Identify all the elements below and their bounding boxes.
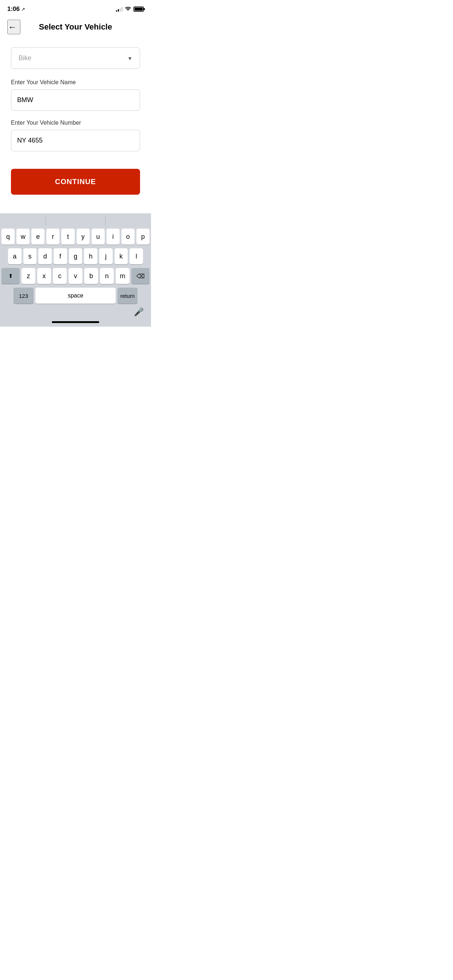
home-indicator-bar xyxy=(52,321,99,323)
mic-area: 🎤 xyxy=(2,307,150,318)
status-time: 1:06 xyxy=(7,5,20,13)
key-r[interactable]: r xyxy=(46,229,59,245)
key-i[interactable]: i xyxy=(107,229,120,245)
continue-button[interactable]: CONTINUE xyxy=(11,169,140,195)
key-w[interactable]: w xyxy=(16,229,30,245)
key-n[interactable]: n xyxy=(100,268,114,284)
page-title: Select Your Vehicle xyxy=(39,22,112,32)
chevron-down-icon: ▼ xyxy=(127,56,132,61)
key-a[interactable]: a xyxy=(8,248,22,264)
shift-key[interactable]: ⬆ xyxy=(2,268,20,284)
key-m[interactable]: m xyxy=(116,268,129,284)
key-o[interactable]: o xyxy=(121,229,135,245)
location-icon: ↗ xyxy=(21,6,25,12)
key-h[interactable]: h xyxy=(84,248,97,264)
keyboard-toolbar xyxy=(2,217,150,226)
key-l[interactable]: l xyxy=(129,248,143,264)
key-g[interactable]: g xyxy=(69,248,83,264)
key-p[interactable]: p xyxy=(136,229,150,245)
keyboard-bottom xyxy=(2,318,150,325)
key-c[interactable]: c xyxy=(53,268,67,284)
numbers-key[interactable]: 123 xyxy=(13,288,33,304)
keyboard-row-2: a s d f g h j k l xyxy=(2,248,150,264)
toolbar-divider-1 xyxy=(46,217,46,226)
keyboard: q w e r t y u i o p a s d f g h j k l ⬆ … xyxy=(0,213,151,327)
key-e[interactable]: e xyxy=(31,229,45,245)
space-key[interactable]: space xyxy=(35,288,116,304)
keyboard-row-3: ⬆ z x c v b n m ⌫ xyxy=(2,268,150,284)
signal-bar-2 xyxy=(118,9,119,12)
key-d[interactable]: d xyxy=(38,248,52,264)
vehicle-number-label: Enter Your Vehicle Number xyxy=(11,119,140,126)
battery-fill xyxy=(135,8,143,11)
vehicle-type-value: Bike xyxy=(19,54,31,62)
key-x[interactable]: x xyxy=(37,268,51,284)
return-key[interactable]: return xyxy=(118,288,137,304)
status-bar: 1:06 ↗ xyxy=(0,0,151,16)
vehicle-name-input[interactable] xyxy=(11,89,140,111)
delete-key[interactable]: ⌫ xyxy=(131,268,150,284)
vehicle-number-input[interactable] xyxy=(11,130,140,151)
key-f[interactable]: f xyxy=(54,248,67,264)
vehicle-number-field-group: Enter Your Vehicle Number xyxy=(11,119,140,160)
key-b[interactable]: b xyxy=(84,268,98,284)
nav-bar: ← Select Your Vehicle xyxy=(0,16,151,40)
signal-bar-1 xyxy=(116,10,117,12)
signal-bar-4 xyxy=(121,7,123,12)
vehicle-name-label: Enter Your Vehicle Name xyxy=(11,79,140,86)
toolbar-divider-2 xyxy=(105,217,105,226)
wifi-icon xyxy=(125,6,131,12)
back-button[interactable]: ← xyxy=(7,20,21,34)
vehicle-name-field-group: Enter Your Vehicle Name xyxy=(11,79,140,119)
key-u[interactable]: u xyxy=(91,229,105,245)
signal-bar-3 xyxy=(120,8,121,12)
signal-icon xyxy=(116,6,123,12)
mic-icon[interactable]: 🎤 xyxy=(134,307,144,317)
vehicle-type-dropdown[interactable]: Bike ▼ xyxy=(11,48,140,69)
key-q[interactable]: q xyxy=(2,229,14,245)
key-v[interactable]: v xyxy=(69,268,83,284)
key-k[interactable]: k xyxy=(115,248,128,264)
key-j[interactable]: j xyxy=(99,248,113,264)
key-z[interactable]: z xyxy=(22,268,35,284)
key-t[interactable]: t xyxy=(61,229,74,245)
key-y[interactable]: y xyxy=(77,229,90,245)
keyboard-row-4: 123 space return xyxy=(2,288,150,304)
main-content: Bike ▼ Enter Your Vehicle Name Enter You… xyxy=(0,40,151,202)
status-icons xyxy=(116,6,144,12)
key-s[interactable]: s xyxy=(23,248,37,264)
battery-icon xyxy=(134,6,144,12)
keyboard-row-1: q w e r t y u i o p xyxy=(2,229,150,245)
